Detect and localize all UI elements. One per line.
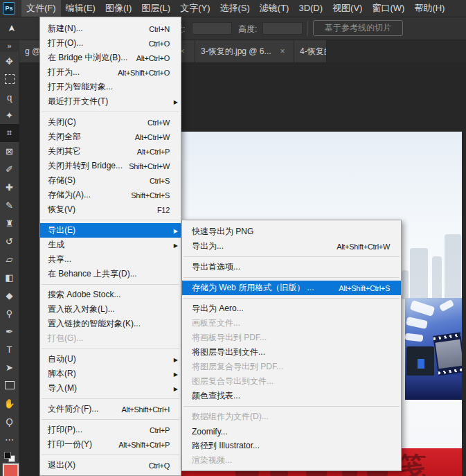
file-menu-open-smart-object[interactable]: 打开为智能对象... bbox=[40, 80, 181, 94]
export-layers-to-files[interactable]: 将图层导出到文件... bbox=[182, 345, 401, 360]
menu-window[interactable]: 窗口(W) bbox=[367, 0, 409, 17]
healing-brush-tool[interactable]: ✚ bbox=[0, 178, 19, 196]
marquee-tool[interactable] bbox=[0, 70, 19, 88]
file-menu-print[interactable]: 打印(P)... Ctrl+P bbox=[40, 423, 181, 437]
file-menu-close-others[interactable]: 关闭其它 Alt+Ctrl+P bbox=[40, 144, 181, 159]
submenu-arrow-icon: ▶ bbox=[174, 385, 178, 391]
file-menu-revert[interactable]: 恢复(V) F12 bbox=[40, 202, 181, 217]
file-menu-browse-bridge[interactable]: 在 Bridge 中浏览(B)... Alt+Ctrl+O bbox=[40, 51, 181, 65]
export-layer-comps-to-pdf[interactable]: 将图层复合导出到 PDF... bbox=[182, 360, 401, 374]
menu-separator bbox=[42, 455, 179, 455]
menu-view[interactable]: 视图(V) bbox=[328, 0, 367, 17]
slices-from-guides-button[interactable]: 基于参考线的切片 bbox=[313, 20, 403, 36]
menu-separator bbox=[42, 220, 179, 220]
file-menu-place-linked[interactable]: 置入链接的智能对象(K)... bbox=[40, 317, 181, 331]
export-as[interactable]: 导出为... Alt+Shift+Ctrl+W bbox=[182, 239, 401, 254]
export-paths-to-illustrator[interactable]: 路径到 Illustrator... bbox=[182, 439, 401, 453]
menu-3d[interactable]: 3D(D) bbox=[294, 0, 328, 17]
brush-tool[interactable]: ✎ bbox=[0, 196, 19, 214]
lasso-tool[interactable]: ɋ bbox=[0, 88, 19, 106]
tools-panel: » ✥ɋ✦⌗⊠✐✚✎♜↺▱◧◆⚲✒T➤✋Ϙ⋯ bbox=[0, 40, 19, 476]
file-menu-exit[interactable]: 退出(X) Ctrl+Q bbox=[40, 458, 181, 473]
menu-separator bbox=[42, 349, 179, 349]
tab-doc-3[interactable]: 3-恢复的.jpg @ 6... × bbox=[195, 40, 294, 62]
file-menu-close-goto-bridge[interactable]: 关闭并转到 Bridge... Shift+Ctrl+W bbox=[40, 159, 181, 173]
file-menu-save[interactable]: 存储(S) Ctrl+S bbox=[40, 173, 181, 188]
menu-edit[interactable]: 编辑(E) bbox=[61, 0, 100, 17]
file-menu-open[interactable]: 打开(O)... Ctrl+O bbox=[40, 36, 181, 51]
file-menu-package[interactable]: 打包(G)... bbox=[40, 331, 181, 346]
current-tool-icon[interactable]: ➤ bbox=[5, 21, 19, 35]
height-input[interactable] bbox=[262, 22, 303, 35]
submenu-arrow-icon: ▶ bbox=[174, 227, 178, 233]
width-input[interactable] bbox=[192, 22, 232, 35]
file-menu-share[interactable]: 共享... bbox=[40, 252, 181, 267]
foreground-color-swatch[interactable] bbox=[3, 464, 19, 476]
menu-file[interactable]: 文件(F) bbox=[21, 0, 61, 17]
dodge-tool[interactable]: ⚲ bbox=[0, 304, 19, 322]
zoom-tool[interactable]: Ϙ bbox=[0, 412, 19, 430]
eraser-tool[interactable]: ▱ bbox=[0, 250, 19, 268]
menu-separator bbox=[42, 284, 179, 285]
menu-type[interactable]: 文字(Y) bbox=[175, 0, 215, 17]
file-menu-new[interactable]: 新建(N)... Ctrl+N bbox=[40, 21, 181, 36]
file-menu-close[interactable]: 关闭(C) Ctrl+W bbox=[40, 115, 181, 130]
shape-tool[interactable] bbox=[0, 376, 19, 394]
gradient-tool[interactable]: ◧ bbox=[0, 268, 19, 286]
export-render-video[interactable]: 渲染视频... bbox=[182, 453, 401, 468]
file-menu-export[interactable]: 导出(E) ▶ bbox=[40, 223, 181, 238]
path-select-tool[interactable]: ➤ bbox=[0, 358, 19, 376]
magic-wand-tool[interactable]: ✦ bbox=[0, 106, 19, 124]
export-save-for-web[interactable]: 存储为 Web 所用格式（旧版） ... Alt+Shift+Ctrl+S bbox=[182, 281, 401, 295]
clone-stamp-tool[interactable]: ♜ bbox=[0, 214, 19, 232]
menubar: Ps 文件(F)编辑(E)图像(I)图层(L)文字(Y)选择(S)滤镜(T)3D… bbox=[0, 0, 466, 17]
export-color-lookup-tables[interactable]: 颜色查找表... bbox=[182, 389, 401, 403]
menu-layer[interactable]: 图层(L) bbox=[136, 0, 175, 17]
menu-help[interactable]: 帮助(H) bbox=[409, 0, 449, 17]
type-tool[interactable]: T bbox=[0, 340, 19, 358]
file-menu-open-as[interactable]: 打开为... Alt+Shift+Ctrl+O bbox=[40, 65, 181, 80]
pen-tool[interactable]: ✒ bbox=[0, 322, 19, 340]
file-menu-scripts[interactable]: 脚本(R) ▶ bbox=[40, 367, 181, 381]
hand-tool[interactable]: ✋ bbox=[0, 394, 19, 412]
submenu-arrow-icon: ▶ bbox=[174, 242, 178, 248]
tab-doc-4[interactable]: 4-恢复的 bbox=[294, 40, 327, 62]
export-data-sets-as-files[interactable]: 数据组作为文件(D)... bbox=[182, 409, 401, 424]
file-menu-place-embedded[interactable]: 置入嵌入对象(L)... bbox=[40, 302, 181, 317]
menu-select[interactable]: 选择(S) bbox=[215, 0, 254, 17]
file-menu-open-recent[interactable]: 最近打开文件(T) ▶ bbox=[40, 94, 181, 109]
file-menu-save-as[interactable]: 存储为(A)... Shift+Ctrl+S bbox=[40, 188, 181, 202]
crop-tool[interactable]: ⌗ bbox=[0, 124, 19, 142]
file-menu-share-behance[interactable]: 在 Behance 上共享(D)... bbox=[40, 267, 181, 281]
export-layer-comps-to-files[interactable]: 图层复合导出到文件... bbox=[182, 374, 401, 389]
export-zoomify[interactable]: Zoomify... bbox=[182, 424, 401, 439]
file-menu-close-all[interactable]: 关闭全部 Alt+Ctrl+W bbox=[40, 130, 181, 144]
toolbar-expand-icon[interactable]: » bbox=[0, 40, 19, 52]
file-menu-automate[interactable]: 自动(U) ▶ bbox=[40, 352, 181, 367]
eyedropper-tool[interactable]: ✐ bbox=[0, 160, 19, 178]
close-icon[interactable]: × bbox=[280, 46, 285, 56]
foreground-color-chip[interactable] bbox=[4, 452, 11, 459]
exhibition-hall-photo bbox=[405, 298, 462, 400]
export-artboards-to-pdf[interactable]: 将画板导出到 PDF... bbox=[182, 330, 401, 345]
file-menu-import[interactable]: 导入(M) ▶ bbox=[40, 381, 181, 396]
file-menu-generate[interactable]: 生成 ▶ bbox=[40, 238, 181, 252]
file-menu-file-info[interactable]: 文件简介(F)... Alt+Shift+Ctrl+I bbox=[40, 402, 181, 416]
export-artboards-to-files[interactable]: 画板至文件... bbox=[182, 316, 401, 330]
menu-image[interactable]: 图像(I) bbox=[100, 0, 136, 17]
menu-separator bbox=[42, 419, 179, 420]
more-tools[interactable]: ⋯ bbox=[0, 430, 19, 448]
frame-tool[interactable]: ⊠ bbox=[0, 142, 19, 160]
file-menu-search-adobe-stock[interactable]: 搜索 Adobe Stock... bbox=[40, 288, 181, 302]
export-quick-png[interactable]: 快速导出为 PNG bbox=[182, 224, 401, 239]
file-menu-print-one-copy[interactable]: 打印一份(Y) Alt+Shift+Ctrl+P bbox=[40, 437, 181, 452]
building-shape bbox=[445, 234, 461, 302]
blur-tool[interactable]: ◆ bbox=[0, 286, 19, 304]
color-chips[interactable] bbox=[0, 451, 19, 476]
export-preferences[interactable]: 导出首选项... bbox=[182, 260, 401, 274]
history-brush-tool[interactable]: ↺ bbox=[0, 232, 19, 250]
move-tool[interactable]: ✥ bbox=[0, 52, 19, 70]
menu-separator bbox=[183, 406, 400, 407]
menu-filter[interactable]: 滤镜(T) bbox=[255, 0, 294, 17]
export-aero[interactable]: 导出为 Aero... bbox=[182, 301, 401, 316]
